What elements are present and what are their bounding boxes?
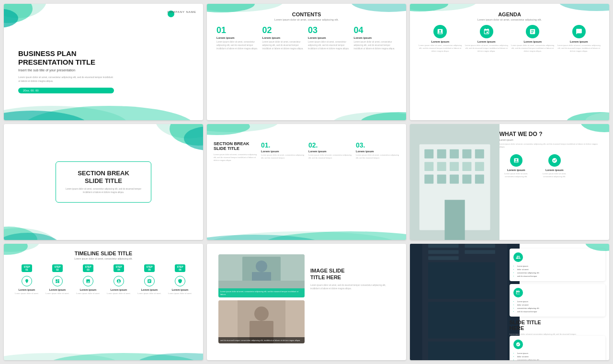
what-icon-desc-2: Lorem ipsum dolor sit amet, consectetur … <box>538 172 571 178</box>
bullet-card-3: Lorem ipsum dolor sit amet consectetur a… <box>510 336 605 360</box>
svg-rect-29 <box>424 149 433 158</box>
deco-top-right <box>571 124 609 143</box>
bullet-3-item-2: dolor sit amet <box>513 355 602 358</box>
icon-row: Lorem ipsum Lorem ipsum dolor sit amet, … <box>499 154 603 178</box>
svg-rect-36 <box>450 162 459 171</box>
step-icon-3 <box>83 276 93 286</box>
col-item-1: 01. Lorem ipsum Lorem ipsum dolor sit am… <box>261 141 305 159</box>
agenda-label-3: Lorem ipsum <box>511 40 555 43</box>
slide8-text: IMAGE SLIDETITLE HERE Lorem ipsum dolor … <box>308 254 395 350</box>
agenda-label-2: Lorem ipsum <box>465 40 509 43</box>
step-icon-4 <box>114 276 124 286</box>
deco-top <box>410 4 609 16</box>
agenda-item-3: Lorem ipsum Lorem ipsum dolor sit amet, … <box>511 25 555 53</box>
label-3: Lorem ipsum <box>308 36 351 39</box>
subtitle: Insert the sub title of your presentatio… <box>18 68 114 72</box>
step-desc-1: Lorem ipsum dolor sit amet. <box>11 292 42 295</box>
desc-1: Lorem ipsum dolor sit amet, consectetur … <box>216 41 260 50</box>
label-4: Lorem ipsum <box>354 36 397 39</box>
svg-rect-44 <box>444 200 465 240</box>
slide-5-section-columns: SECTION BREAKSLIDE TITLE Lorem ipsum dol… <box>207 124 406 240</box>
slide5-section-left: SECTION BREAKSLIDE TITLE Lorem ipsum dol… <box>214 141 257 162</box>
agenda-desc-1: Lorem ipsum dolor sit amet, consectetur … <box>419 44 462 53</box>
tl-deco-bottom <box>4 347 203 360</box>
bullet-card-2: Lorem ipsum dolor sit amet consectetur a… <box>510 284 605 317</box>
label-1: Lorem ipsum <box>216 36 260 39</box>
svg-rect-30 <box>437 149 446 158</box>
section-title: SECTION BREAKSLIDE TITLE <box>66 170 141 185</box>
svg-rect-39 <box>424 174 433 183</box>
what-icon-label-2: Lorem ipsum <box>538 169 571 171</box>
agenda-icon-4 <box>572 25 586 38</box>
bullet-icon-2 <box>513 288 523 297</box>
slide8-images: Lorem ipsum dolor sit amet, consectetur … <box>218 254 305 350</box>
building-image <box>410 124 499 240</box>
svg-rect-38 <box>475 162 484 171</box>
image-slide-title: IMAGE SLIDETITLE HERE <box>310 268 393 281</box>
col-num-3: 03. <box>356 141 399 149</box>
svg-rect-64 <box>428 250 459 254</box>
deco-top <box>207 124 406 137</box>
content-right-9: Lorem ipsum dolor sit amet consectetur a… <box>506 244 609 360</box>
step-desc-4: Lorem ipsum dolor sit amet. <box>103 292 134 295</box>
svg-rect-67 <box>465 244 495 248</box>
svg-rect-65 <box>428 256 459 260</box>
step-desc-2: Lorem ipsum dolor sit amet. <box>42 292 73 295</box>
svg-rect-41 <box>450 174 459 183</box>
agenda-label-4: Lorem ipsum <box>557 40 601 43</box>
agenda-desc-2: Lorem ipsum dolor sit amet, consectetur … <box>465 44 509 53</box>
desc-2: Lorem ipsum dolor sit amet, consectetur … <box>262 41 306 50</box>
slide-3-agenda: AGENDA Lorem ipsum dolor sit amet, conse… <box>410 4 609 120</box>
tl-step-6: STEP06 Lorem ipsum Lorem ipsum dolor sit… <box>165 264 195 295</box>
agenda-icon-1 <box>433 25 447 38</box>
step-badge-3: STEP03 <box>83 264 93 272</box>
bullet-icon-3 <box>513 340 523 349</box>
company-name-label: COMPANY NAME <box>167 11 196 13</box>
svg-rect-31 <box>450 149 459 158</box>
agenda-desc-4: Lorem ipsum dolor sit amet, consectetur … <box>557 44 601 53</box>
col-num-2: 02. <box>308 141 352 149</box>
deco-top <box>207 4 406 16</box>
svg-rect-42 <box>462 174 471 183</box>
slide-7-timeline: TIMELINE SLIDE TITLE Lorem ipsum dolor s… <box>4 244 203 360</box>
content-item-2: 02 Lorem ipsum Lorem ipsum dolor sit ame… <box>262 26 306 50</box>
svg-point-13 <box>558 4 609 11</box>
bullet-3-item-1: Lorem ipsum <box>513 352 602 354</box>
content-item-3: 03 Lorem ipsum Lorem ipsum dolor sit ame… <box>308 26 351 50</box>
slide-2-contents: CONTENTS Lorem ipsum dolor sit amet, con… <box>207 4 406 120</box>
svg-rect-40 <box>437 174 446 183</box>
bullet-3-item-3: consectetur adipiscing elit <box>513 359 602 360</box>
bullet-1-item-1: Lorem ipsum <box>513 265 602 267</box>
tl-steps: STEP01 Lorem ipsum Lorem ipsum dolor sit… <box>11 264 195 295</box>
deco-top-right-9 <box>580 244 609 258</box>
sec-desc: Lorem ipsum dolor sit amet, consectetur … <box>214 153 257 162</box>
step-desc-3: Lorem ipsum dolor sit amet. <box>73 292 103 295</box>
svg-rect-69 <box>428 262 495 299</box>
agenda-item-1: Lorem ipsum Lorem ipsum dolor sit amet, … <box>419 25 462 53</box>
step-label-2: Lorem ipsum <box>42 288 73 291</box>
num-3: 03 <box>308 26 351 34</box>
svg-point-23 <box>207 124 250 135</box>
slide-title-block: SLIDE TITLEHERE Lorem ipsum dolor sit am… <box>510 319 605 336</box>
content-item-1: 01 Lorem ipsum Lorem ipsum dolor sit ame… <box>216 26 260 50</box>
step-label-4: Lorem ipsum <box>103 288 134 291</box>
step-badge-2: STEP02 <box>52 264 62 272</box>
agenda-grid: Lorem ipsum Lorem ipsum dolor sit amet, … <box>419 25 601 53</box>
step-icon-6 <box>175 276 185 286</box>
img-caption-1: Lorem ipsum dolor sit amet, consectetur … <box>218 288 305 297</box>
bullet-2-item-3: consectetur adipiscing elit <box>513 307 602 309</box>
tl-step-2: STEP02 Lorem ipsum Lorem ipsum dolor sit… <box>42 264 73 295</box>
col-desc-2: Lorem ipsum dolor sit amet, consectetur … <box>308 154 352 159</box>
step-label-3: Lorem ipsum <box>73 288 103 291</box>
num-2: 02 <box>262 26 306 34</box>
what-icon-item-1: Lorem ipsum Lorem ipsum dolor sit amet, … <box>499 154 533 178</box>
contents-subtitle: Lorem ipsum dolor sit amet, consectetur … <box>216 18 397 21</box>
col-item-3: 03. Lorem ipsum Lorem ipsum dolor sit am… <box>356 141 399 159</box>
tl-deco-top <box>4 244 42 261</box>
date-badge: 20xx. 00. 00 <box>18 88 114 93</box>
slide-1-business-plan: COMPANY NAME BUSINESS PLANPRESENTATION T… <box>4 4 203 120</box>
main-title: BUSINESS PLANPRESENTATION TITLE <box>18 49 114 67</box>
step-badge-1: STEP01 <box>22 264 32 272</box>
step-label-5: Lorem ipsum <box>134 288 165 291</box>
slide-9-slide-title: Lorem ipsum dolor sit amet consectetur a… <box>410 244 609 360</box>
